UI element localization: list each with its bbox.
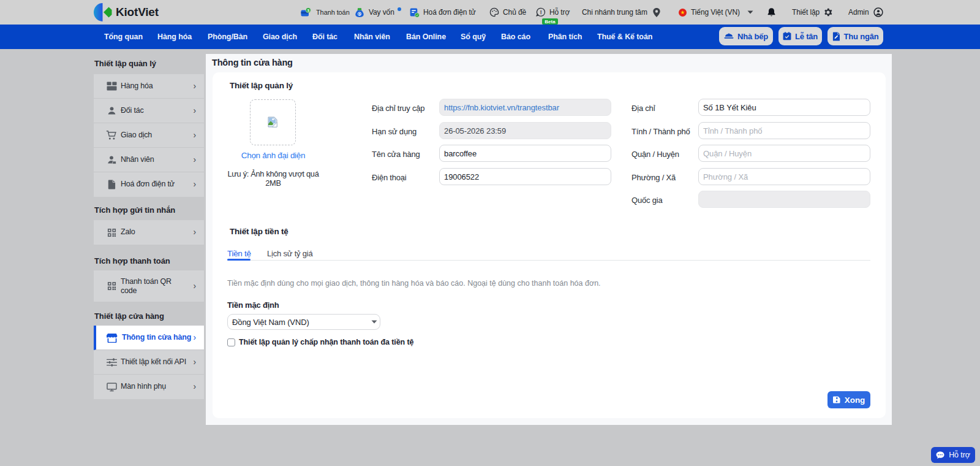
svg-text:!: !: [540, 9, 542, 15]
